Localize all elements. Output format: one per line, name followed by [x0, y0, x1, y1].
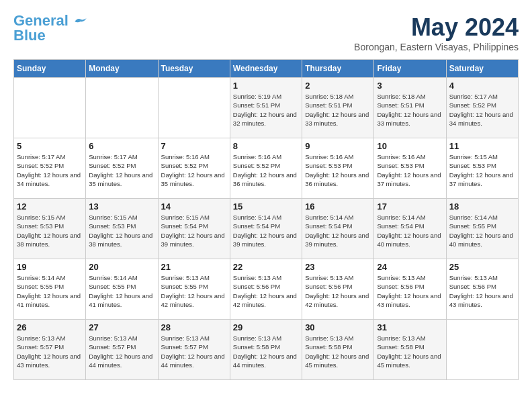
- calendar-cell: 28Sunrise: 5:13 AM Sunset: 5:57 PM Dayli…: [158, 320, 230, 380]
- cell-content: Sunrise: 5:19 AM Sunset: 5:51 PM Dayligh…: [233, 92, 299, 128]
- cell-content: Sunrise: 5:13 AM Sunset: 5:56 PM Dayligh…: [377, 273, 443, 309]
- calendar-cell: 15Sunrise: 5:14 AM Sunset: 5:54 PM Dayli…: [230, 199, 302, 259]
- cell-content: Sunrise: 5:15 AM Sunset: 5:54 PM Dayligh…: [161, 213, 227, 248]
- day-number: 2: [305, 81, 371, 91]
- calendar-week-row: 19Sunrise: 5:14 AM Sunset: 5:55 PM Dayli…: [14, 259, 519, 320]
- month-title: May 2024: [354, 13, 519, 42]
- day-number: 7: [161, 141, 227, 151]
- day-number: 6: [89, 141, 154, 151]
- calendar-cell: [14, 78, 86, 138]
- calendar-cell: 13Sunrise: 5:15 AM Sunset: 5:53 PM Dayli…: [86, 199, 158, 259]
- calendar-cell: 17Sunrise: 5:14 AM Sunset: 5:54 PM Dayli…: [374, 199, 446, 259]
- cell-content: Sunrise: 5:16 AM Sunset: 5:52 PM Dayligh…: [233, 152, 299, 188]
- cell-content: Sunrise: 5:17 AM Sunset: 5:52 PM Dayligh…: [17, 152, 83, 188]
- calendar-cell: 3Sunrise: 5:18 AM Sunset: 5:51 PM Daylig…: [374, 78, 446, 138]
- cell-content: Sunrise: 5:13 AM Sunset: 5:57 PM Dayligh…: [161, 334, 227, 369]
- weekday-header: Thursday: [302, 60, 374, 78]
- logo-text: General: [13, 13, 87, 28]
- day-number: 4: [449, 81, 515, 91]
- cell-content: Sunrise: 5:14 AM Sunset: 5:54 PM Dayligh…: [233, 213, 299, 248]
- calendar-cell: 14Sunrise: 5:15 AM Sunset: 5:54 PM Dayli…: [158, 199, 230, 259]
- calendar-cell: 12Sunrise: 5:15 AM Sunset: 5:53 PM Dayli…: [14, 199, 86, 259]
- weekday-header: Monday: [86, 60, 158, 78]
- day-number: 12: [17, 201, 83, 212]
- weekday-header: Wednesday: [230, 60, 302, 78]
- day-number: 1: [233, 81, 299, 91]
- day-number: 17: [377, 201, 443, 212]
- calendar-cell: 21Sunrise: 5:13 AM Sunset: 5:55 PM Dayli…: [158, 259, 230, 320]
- day-number: 29: [233, 322, 299, 332]
- calendar-cell: 24Sunrise: 5:13 AM Sunset: 5:56 PM Dayli…: [374, 259, 446, 320]
- calendar-cell: 23Sunrise: 5:13 AM Sunset: 5:56 PM Dayli…: [302, 259, 374, 320]
- day-number: 26: [17, 322, 83, 332]
- day-number: 19: [17, 262, 83, 272]
- location-text: Borongan, Eastern Visayas, Philippines: [354, 42, 519, 52]
- calendar-cell: [446, 320, 518, 380]
- calendar-cell: 25Sunrise: 5:13 AM Sunset: 5:56 PM Dayli…: [446, 259, 518, 320]
- calendar-week-row: 26Sunrise: 5:13 AM Sunset: 5:57 PM Dayli…: [14, 320, 519, 380]
- day-number: 31: [377, 322, 443, 332]
- cell-content: Sunrise: 5:16 AM Sunset: 5:53 PM Dayligh…: [305, 152, 371, 188]
- day-number: 16: [305, 201, 371, 212]
- weekday-header: Tuesday: [158, 60, 230, 78]
- calendar-cell: 2Sunrise: 5:18 AM Sunset: 5:51 PM Daylig…: [302, 78, 374, 138]
- calendar-cell: 7Sunrise: 5:16 AM Sunset: 5:52 PM Daylig…: [158, 138, 230, 199]
- cell-content: Sunrise: 5:17 AM Sunset: 5:52 PM Dayligh…: [89, 152, 154, 188]
- calendar-cell: 19Sunrise: 5:14 AM Sunset: 5:55 PM Dayli…: [14, 259, 86, 320]
- cell-content: Sunrise: 5:15 AM Sunset: 5:53 PM Dayligh…: [17, 213, 83, 248]
- calendar-cell: 9Sunrise: 5:16 AM Sunset: 5:53 PM Daylig…: [302, 138, 374, 199]
- calendar-cell: 6Sunrise: 5:17 AM Sunset: 5:52 PM Daylig…: [86, 138, 158, 199]
- weekday-header: Sunday: [14, 60, 86, 78]
- calendar-cell: 31Sunrise: 5:13 AM Sunset: 5:58 PM Dayli…: [374, 320, 446, 380]
- logo: General Blue: [13, 13, 87, 43]
- day-number: 9: [305, 141, 371, 151]
- day-number: 13: [89, 201, 154, 212]
- day-number: 23: [305, 262, 371, 272]
- calendar-cell: 5Sunrise: 5:17 AM Sunset: 5:52 PM Daylig…: [14, 138, 86, 199]
- calendar-cell: 29Sunrise: 5:13 AM Sunset: 5:58 PM Dayli…: [230, 320, 302, 380]
- weekday-header: Saturday: [446, 60, 518, 78]
- calendar-cell: 27Sunrise: 5:13 AM Sunset: 5:57 PM Dayli…: [86, 320, 158, 380]
- cell-content: Sunrise: 5:18 AM Sunset: 5:51 PM Dayligh…: [305, 92, 371, 128]
- calendar-cell: 20Sunrise: 5:14 AM Sunset: 5:55 PM Dayli…: [86, 259, 158, 320]
- calendar-cell: [86, 78, 158, 138]
- calendar-cell: 4Sunrise: 5:17 AM Sunset: 5:52 PM Daylig…: [446, 78, 518, 138]
- calendar-week-row: 12Sunrise: 5:15 AM Sunset: 5:53 PM Dayli…: [14, 199, 519, 259]
- day-number: 25: [449, 262, 515, 272]
- calendar-header-row: SundayMondayTuesdayWednesdayThursdayFrid…: [14, 60, 519, 78]
- cell-content: Sunrise: 5:13 AM Sunset: 5:56 PM Dayligh…: [449, 273, 515, 309]
- logo-line2: Blue: [13, 28, 46, 43]
- calendar-cell: 22Sunrise: 5:13 AM Sunset: 5:56 PM Dayli…: [230, 259, 302, 320]
- cell-content: Sunrise: 5:18 AM Sunset: 5:51 PM Dayligh…: [377, 92, 443, 128]
- calendar-cell: 16Sunrise: 5:14 AM Sunset: 5:54 PM Dayli…: [302, 199, 374, 259]
- cell-content: Sunrise: 5:13 AM Sunset: 5:55 PM Dayligh…: [161, 273, 227, 309]
- day-number: 3: [377, 81, 443, 91]
- cell-content: Sunrise: 5:13 AM Sunset: 5:56 PM Dayligh…: [233, 273, 299, 309]
- cell-content: Sunrise: 5:14 AM Sunset: 5:55 PM Dayligh…: [449, 213, 515, 248]
- cell-content: Sunrise: 5:17 AM Sunset: 5:52 PM Dayligh…: [449, 92, 515, 128]
- calendar-cell: 11Sunrise: 5:15 AM Sunset: 5:53 PM Dayli…: [446, 138, 518, 199]
- cell-content: Sunrise: 5:14 AM Sunset: 5:54 PM Dayligh…: [305, 213, 371, 248]
- day-number: 28: [161, 322, 227, 332]
- calendar-week-row: 1Sunrise: 5:19 AM Sunset: 5:51 PM Daylig…: [14, 78, 519, 138]
- cell-content: Sunrise: 5:16 AM Sunset: 5:53 PM Dayligh…: [377, 152, 443, 188]
- calendar-cell: 10Sunrise: 5:16 AM Sunset: 5:53 PM Dayli…: [374, 138, 446, 199]
- cell-content: Sunrise: 5:13 AM Sunset: 5:58 PM Dayligh…: [377, 334, 443, 369]
- day-number: 20: [89, 262, 154, 272]
- page-header: General Blue May 2024 Borongan, Eastern …: [13, 13, 519, 52]
- cell-content: Sunrise: 5:14 AM Sunset: 5:54 PM Dayligh…: [377, 213, 443, 248]
- cell-content: Sunrise: 5:13 AM Sunset: 5:57 PM Dayligh…: [89, 334, 154, 369]
- cell-content: Sunrise: 5:15 AM Sunset: 5:53 PM Dayligh…: [449, 152, 515, 188]
- cell-content: Sunrise: 5:13 AM Sunset: 5:58 PM Dayligh…: [233, 334, 299, 369]
- calendar-cell: 1Sunrise: 5:19 AM Sunset: 5:51 PM Daylig…: [230, 78, 302, 138]
- cell-content: Sunrise: 5:14 AM Sunset: 5:55 PM Dayligh…: [89, 273, 154, 309]
- day-number: 18: [449, 201, 515, 212]
- cell-content: Sunrise: 5:14 AM Sunset: 5:55 PM Dayligh…: [17, 273, 83, 309]
- cell-content: Sunrise: 5:13 AM Sunset: 5:58 PM Dayligh…: [305, 334, 371, 369]
- cell-content: Sunrise: 5:13 AM Sunset: 5:56 PM Dayligh…: [305, 273, 371, 309]
- weekday-header: Friday: [374, 60, 446, 78]
- day-number: 27: [89, 322, 154, 332]
- cell-content: Sunrise: 5:15 AM Sunset: 5:53 PM Dayligh…: [89, 213, 154, 248]
- calendar-cell: 8Sunrise: 5:16 AM Sunset: 5:52 PM Daylig…: [230, 138, 302, 199]
- calendar-week-row: 5Sunrise: 5:17 AM Sunset: 5:52 PM Daylig…: [14, 138, 519, 199]
